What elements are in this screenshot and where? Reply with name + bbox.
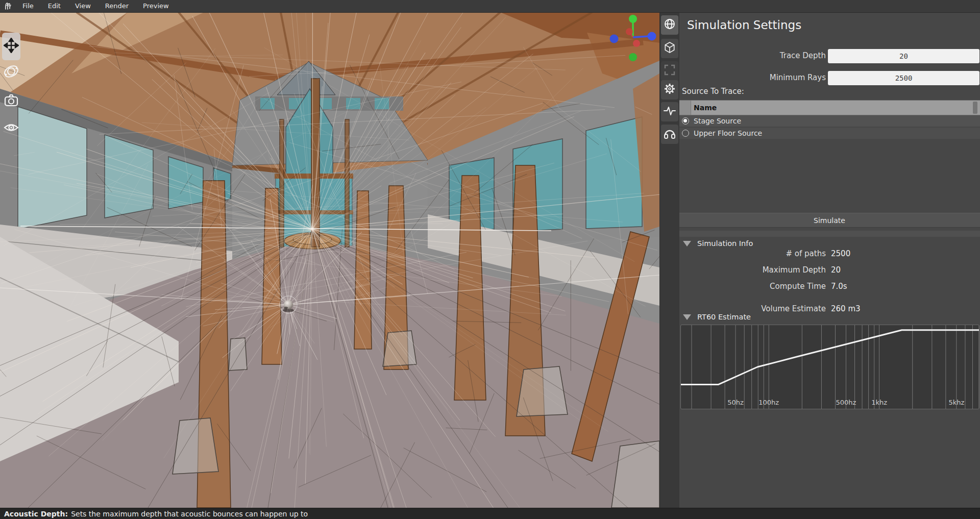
rt60-section-header[interactable]: RT60 Estimate xyxy=(679,312,980,322)
status-bar: Acoustic Depth: Sets the maximum depth t… xyxy=(0,508,980,519)
visibility-tool-button[interactable] xyxy=(2,119,20,138)
svg-text:50hz: 50hz xyxy=(727,399,744,406)
source-row-label: Stage Source xyxy=(694,117,741,125)
viewport-3d[interactable] xyxy=(0,12,659,508)
rt60-chart: 50hz100hz500hz1khz5khz xyxy=(680,325,979,409)
app-window: File Edit View Render Preview xyxy=(0,0,980,519)
move-tool-button[interactable] xyxy=(2,33,20,60)
panel-tab-strip xyxy=(659,12,679,508)
menu-preview[interactable]: Preview xyxy=(136,0,176,12)
tab-geometry[interactable] xyxy=(661,39,678,58)
menu-render[interactable]: Render xyxy=(98,0,136,12)
svg-text:500hz: 500hz xyxy=(836,399,856,406)
scene-render xyxy=(0,12,659,508)
menu-edit[interactable]: Edit xyxy=(41,0,68,12)
eye-icon xyxy=(3,121,19,136)
radio-selected-icon[interactable] xyxy=(682,117,689,125)
globe-icon xyxy=(664,18,676,32)
tab-signal[interactable] xyxy=(661,102,678,121)
menu-view[interactable]: View xyxy=(68,0,98,12)
menu-file[interactable]: File xyxy=(15,0,41,12)
headphones-icon xyxy=(663,127,676,141)
trace-depth-input[interactable] xyxy=(828,49,979,63)
svg-text:1khz: 1khz xyxy=(871,399,887,406)
source-row-label: Upper Floor Source xyxy=(694,129,762,137)
info-row-paths: # of paths 2500 xyxy=(679,249,980,259)
tab-settings[interactable] xyxy=(661,80,678,100)
collapse-triangle-icon xyxy=(683,314,691,320)
corner-brackets-icon xyxy=(664,64,676,78)
waveform-icon xyxy=(663,105,676,119)
radio-unselected-icon[interactable] xyxy=(682,130,689,137)
minimum-rays-label: Minimum Rays xyxy=(679,71,826,84)
svg-text:5khz: 5khz xyxy=(948,399,964,406)
source-table-name-column: Name xyxy=(694,101,717,115)
camera-icon xyxy=(3,93,19,111)
info-row-compute-time: Compute Time 7.0s xyxy=(679,282,980,292)
simulation-settings-panel: Simulation Settings Trace Depth Minimum … xyxy=(679,12,980,508)
info-row-max-depth: Maximum Depth 20 xyxy=(679,265,980,276)
cube-icon xyxy=(664,41,676,56)
collapse-triangle-icon xyxy=(683,241,691,246)
tab-fit-view[interactable] xyxy=(661,61,678,81)
table-scrollbar[interactable] xyxy=(973,102,977,114)
camera-tool-button[interactable] xyxy=(2,93,20,111)
simulate-button[interactable]: Simulate xyxy=(679,213,980,228)
page-title: Simulation Settings xyxy=(687,18,801,32)
gear-icon xyxy=(663,82,676,97)
minimum-rays-input[interactable] xyxy=(828,71,979,85)
simulation-info-section-header[interactable]: Simulation Info xyxy=(679,239,980,248)
section-title: RT60 Estimate xyxy=(697,313,751,321)
trace-depth-label: Trace Depth xyxy=(679,49,826,62)
section-title: Simulation Info xyxy=(697,239,753,248)
source-to-trace-label: Source To Trace: xyxy=(682,87,744,96)
orbit-icon xyxy=(3,63,19,82)
menu-bar: File Edit View Render Preview xyxy=(0,0,980,13)
status-text: Sets the maximum depth that acoustic bou… xyxy=(71,510,308,518)
source-table-header: Name xyxy=(679,100,980,115)
source-row-upper-floor[interactable]: Upper Floor Source xyxy=(679,128,980,139)
orbit-tool-button[interactable] xyxy=(2,63,20,82)
tab-world[interactable] xyxy=(661,15,678,35)
svg-text:100hz: 100hz xyxy=(758,399,779,406)
source-row-stage[interactable]: Stage Source xyxy=(679,115,980,127)
app-logo-icon xyxy=(0,2,15,11)
status-highlight: Acoustic Depth: xyxy=(4,510,68,518)
move-icon xyxy=(4,38,19,55)
tab-listen[interactable] xyxy=(661,125,678,144)
progress-strip xyxy=(679,231,980,237)
source-table-select-column xyxy=(679,101,691,115)
